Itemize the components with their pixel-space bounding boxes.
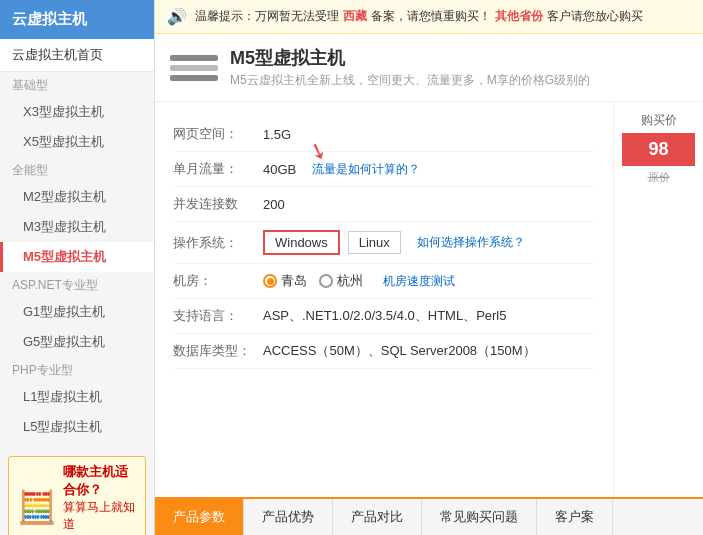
language-value: ASP、.NET1.0/2.0/3.5/4.0、HTML、Perl5 <box>263 307 506 325</box>
radio-dot-qingdao <box>267 278 274 285</box>
banner-icon: 🧮 <box>17 488 57 526</box>
banner-sub: 算算马上就知道 <box>63 499 137 533</box>
sidebar-item-m3[interactable]: M3型虚拟主机 <box>0 212 154 242</box>
tabs-bar: 产品参数 产品优势 产品对比 常见购买问题 客户案 <box>155 497 703 535</box>
detail-row-datacenter: 机房： 青岛 杭州 机房速度测试 <box>173 264 595 299</box>
section-label-aspnet: ASP.NET专业型 <box>0 272 154 297</box>
price-value: 98 <box>648 139 668 159</box>
original-price: 原价 <box>648 170 670 185</box>
radio-hangzhou[interactable]: 杭州 <box>319 272 363 290</box>
traffic-value: 40GB <box>263 162 296 177</box>
datacenter-label: 机房： <box>173 272 263 290</box>
connections-label: 并发连接数 <box>173 195 263 213</box>
notice-highlight-other[interactable]: 其他省份 <box>495 8 543 25</box>
section-label-php: PHP专业型 <box>0 357 154 382</box>
purchase-panel: 购买价 98 原价 <box>613 102 703 497</box>
radio-label-hangzhou: 杭州 <box>337 272 363 290</box>
sidebar-item-x3[interactable]: X3型虚拟主机 <box>0 97 154 127</box>
sidebar-banner[interactable]: 🧮 哪款主机适合你？ 算算马上就知道 查看详情>> <box>8 456 146 535</box>
detail-row-os: 操作系统： Windows Linux 如何选择操作系统？ <box>173 222 595 264</box>
space-value: 1.5G <box>263 127 291 142</box>
os-btn-windows[interactable]: Windows <box>263 230 340 255</box>
section-label-basic: 基础型 <box>0 72 154 97</box>
datacenter-speed-link[interactable]: 机房速度测试 <box>383 273 455 290</box>
tab-customer[interactable]: 客户案 <box>537 499 613 535</box>
traffic-calc-link[interactable]: 流量是如何计算的？ <box>312 162 420 176</box>
tab-params[interactable]: 产品参数 <box>155 499 244 535</box>
detail-row-traffic: 单月流量： 40GB ➘ 流量是如何计算的？ <box>173 152 595 187</box>
radio-group-datacenter: 青岛 杭州 机房速度测试 <box>263 272 455 290</box>
sidebar-item-m5[interactable]: M5型虚拟主机 <box>0 242 154 272</box>
notice-text1: 温馨提示：万网暂无法受理 <box>195 8 339 25</box>
product-header: M5型虚拟主机 M5云虚拟主机全新上线，空间更大、流量更多，M享的价格G级别的 <box>155 34 703 102</box>
space-label: 网页空间： <box>173 125 263 143</box>
tab-advantage[interactable]: 产品优势 <box>244 499 333 535</box>
os-label: 操作系统： <box>173 234 263 252</box>
product-details: 网页空间： 1.5G 单月流量： 40GB ➘ 流量是如何计算的？ 并发连接数 … <box>155 102 613 497</box>
product-subtitle: M5云虚拟主机全新上线，空间更大、流量更多，M享的价格G级别的 <box>230 72 590 89</box>
radio-qingdao[interactable]: 青岛 <box>263 272 307 290</box>
tab-compare[interactable]: 产品对比 <box>333 499 422 535</box>
price-box: 98 <box>622 133 695 166</box>
tab-faq[interactable]: 常见购买问题 <box>422 499 537 535</box>
section-label-allround: 全能型 <box>0 157 154 182</box>
traffic-label: 单月流量： <box>173 160 263 178</box>
sidebar-title: 云虚拟主机 <box>0 0 154 39</box>
database-label: 数据库类型： <box>173 342 263 360</box>
sidebar-main-link[interactable]: 云虚拟主机首页 <box>0 39 154 72</box>
notice-text2: 备案，请您慎重购买！ <box>371 8 491 25</box>
detail-row-database: 数据库类型： ACCESS（50M）、SQL Server2008（150M） <box>173 334 595 369</box>
notice-bar: 🔊 温馨提示：万网暂无法受理 西藏 备案，请您慎重购买！ 其他省份 客户请您放心… <box>155 0 703 34</box>
product-title: M5型虚拟主机 <box>230 46 590 70</box>
sidebar-item-g1[interactable]: G1型虚拟主机 <box>0 297 154 327</box>
language-label: 支持语言： <box>173 307 263 325</box>
radio-circle-qingdao <box>263 274 277 288</box>
sidebar-item-l5[interactable]: L5型虚拟主机 <box>0 412 154 442</box>
detail-row-connections: 并发连接数 200 <box>173 187 595 222</box>
os-buttons: Windows Linux 如何选择操作系统？ <box>263 230 525 255</box>
detail-row-language: 支持语言： ASP、.NET1.0/2.0/3.5/4.0、HTML、Perl5 <box>173 299 595 334</box>
database-value: ACCESS（50M）、SQL Server2008（150M） <box>263 342 536 360</box>
sidebar-item-g5[interactable]: G5型虚拟主机 <box>0 327 154 357</box>
notice-text3: 客户请您放心购买 <box>547 8 643 25</box>
main-content: 🔊 温馨提示：万网暂无法受理 西藏 备案，请您慎重购买！ 其他省份 客户请您放心… <box>155 0 703 535</box>
product-server-icon <box>170 50 218 86</box>
product-body: 网页空间： 1.5G 单月流量： 40GB ➘ 流量是如何计算的？ 并发连接数 … <box>155 102 703 497</box>
sidebar-item-l1[interactable]: L1型虚拟主机 <box>0 382 154 412</box>
product-header-text: M5型虚拟主机 M5云虚拟主机全新上线，空间更大、流量更多，M享的价格G级别的 <box>230 46 590 89</box>
connections-value: 200 <box>263 197 285 212</box>
sidebar: 云虚拟主机 云虚拟主机首页 基础型 X3型虚拟主机 X5型虚拟主机 全能型 M2… <box>0 0 155 535</box>
radio-circle-hangzhou <box>319 274 333 288</box>
detail-row-space: 网页空间： 1.5G <box>173 117 595 152</box>
notice-highlight-tibet[interactable]: 西藏 <box>343 8 367 25</box>
speaker-icon: 🔊 <box>167 7 187 26</box>
sidebar-item-m2[interactable]: M2型虚拟主机 <box>0 182 154 212</box>
os-select-help-link[interactable]: 如何选择操作系统？ <box>417 234 525 251</box>
os-btn-linux[interactable]: Linux <box>348 231 401 254</box>
buy-label: 购买价 <box>641 112 677 129</box>
banner-title: 哪款主机适合你？ <box>63 463 137 499</box>
radio-label-qingdao: 青岛 <box>281 272 307 290</box>
sidebar-item-x5[interactable]: X5型虚拟主机 <box>0 127 154 157</box>
